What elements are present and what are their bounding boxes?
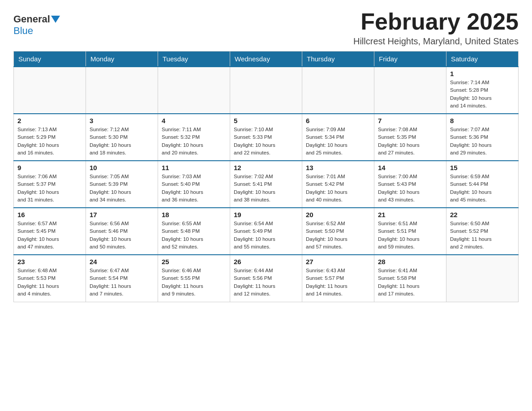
day-info: Sunrise: 6:55 AMSunset: 5:48 PMDaylight:… <box>162 220 226 251</box>
column-header-sunday: Sunday <box>14 51 86 67</box>
day-info: Sunrise: 6:54 AMSunset: 5:49 PMDaylight:… <box>234 220 298 251</box>
calendar-cell: 23Sunrise: 6:48 AMSunset: 5:53 PMDayligh… <box>14 255 86 302</box>
day-number: 25 <box>162 258 226 265</box>
calendar-cell: 28Sunrise: 6:41 AMSunset: 5:58 PMDayligh… <box>374 255 446 302</box>
week-row-1: 1Sunrise: 7:14 AMSunset: 5:28 PMDaylight… <box>14 67 519 114</box>
calendar-cell: 27Sunrise: 6:43 AMSunset: 5:57 PMDayligh… <box>302 255 374 302</box>
calendar-cell <box>14 67 86 114</box>
calendar-cell: 11Sunrise: 7:03 AMSunset: 5:40 PMDayligh… <box>158 161 230 208</box>
column-header-wednesday: Wednesday <box>230 51 302 67</box>
calendar-cell <box>374 67 446 114</box>
page-header: General Blue February 2025 Hillcrest Hei… <box>13 9 519 47</box>
logo-blue-text: Blue <box>13 25 33 36</box>
day-info: Sunrise: 7:07 AMSunset: 5:36 PMDaylight:… <box>450 126 515 157</box>
title-area: February 2025 Hillcrest Heights, Marylan… <box>353 9 519 47</box>
day-info: Sunrise: 6:46 AMSunset: 5:55 PMDaylight:… <box>162 267 226 298</box>
header-row: SundayMondayTuesdayWednesdayThursdayFrid… <box>14 51 519 67</box>
calendar-cell: 15Sunrise: 6:59 AMSunset: 5:44 PMDayligh… <box>446 161 519 208</box>
calendar-cell: 7Sunrise: 7:08 AMSunset: 5:35 PMDaylight… <box>374 114 446 161</box>
day-info: Sunrise: 7:10 AMSunset: 5:33 PMDaylight:… <box>234 126 298 157</box>
day-number: 11 <box>162 164 226 171</box>
day-info: Sunrise: 6:48 AMSunset: 5:53 PMDaylight:… <box>17 267 82 298</box>
month-title: February 2025 <box>353 9 519 34</box>
calendar-cell: 9Sunrise: 7:06 AMSunset: 5:37 PMDaylight… <box>14 161 86 208</box>
calendar-cell: 25Sunrise: 6:46 AMSunset: 5:55 PMDayligh… <box>158 255 230 302</box>
calendar-cell: 2Sunrise: 7:13 AMSunset: 5:29 PMDaylight… <box>14 114 86 161</box>
day-number: 28 <box>378 258 442 265</box>
day-number: 7 <box>378 117 442 124</box>
day-info: Sunrise: 7:00 AMSunset: 5:43 PMDaylight:… <box>378 173 442 204</box>
column-header-friday: Friday <box>374 51 446 67</box>
day-info: Sunrise: 7:05 AMSunset: 5:39 PMDaylight:… <box>90 173 154 204</box>
day-info: Sunrise: 7:01 AMSunset: 5:42 PMDaylight:… <box>306 173 370 204</box>
calendar-cell: 18Sunrise: 6:55 AMSunset: 5:48 PMDayligh… <box>158 208 230 255</box>
logo-general-text: General <box>13 13 50 25</box>
week-row-5: 23Sunrise: 6:48 AMSunset: 5:53 PMDayligh… <box>14 255 519 302</box>
day-info: Sunrise: 7:09 AMSunset: 5:34 PMDaylight:… <box>306 126 370 157</box>
calendar-cell: 20Sunrise: 6:52 AMSunset: 5:50 PMDayligh… <box>302 208 374 255</box>
day-number: 13 <box>306 164 370 171</box>
calendar-cell: 10Sunrise: 7:05 AMSunset: 5:39 PMDayligh… <box>86 161 158 208</box>
column-header-thursday: Thursday <box>302 51 374 67</box>
day-number: 24 <box>90 258 154 265</box>
day-info: Sunrise: 6:59 AMSunset: 5:44 PMDaylight:… <box>450 173 515 204</box>
day-info: Sunrise: 7:11 AMSunset: 5:32 PMDaylight:… <box>162 126 226 157</box>
day-info: Sunrise: 6:52 AMSunset: 5:50 PMDaylight:… <box>306 220 370 251</box>
week-row-4: 16Sunrise: 6:57 AMSunset: 5:45 PMDayligh… <box>14 208 519 255</box>
column-header-monday: Monday <box>86 51 158 67</box>
day-info: Sunrise: 6:57 AMSunset: 5:45 PMDaylight:… <box>17 220 82 251</box>
day-info: Sunrise: 7:14 AMSunset: 5:28 PMDaylight:… <box>450 79 515 110</box>
calendar-cell <box>230 67 302 114</box>
day-number: 19 <box>234 211 298 218</box>
location-title: Hillcrest Heights, Maryland, United Stat… <box>353 36 519 47</box>
day-number: 16 <box>17 211 82 218</box>
day-info: Sunrise: 7:03 AMSunset: 5:40 PMDaylight:… <box>162 173 226 204</box>
day-number: 27 <box>306 258 370 265</box>
day-number: 12 <box>234 164 298 171</box>
calendar-cell: 1Sunrise: 7:14 AMSunset: 5:28 PMDaylight… <box>446 67 519 114</box>
column-header-tuesday: Tuesday <box>158 51 230 67</box>
day-info: Sunrise: 6:50 AMSunset: 5:52 PMDaylight:… <box>450 220 515 251</box>
calendar-cell: 22Sunrise: 6:50 AMSunset: 5:52 PMDayligh… <box>446 208 519 255</box>
calendar-cell: 12Sunrise: 7:02 AMSunset: 5:41 PMDayligh… <box>230 161 302 208</box>
day-number: 26 <box>234 258 298 265</box>
calendar-cell: 13Sunrise: 7:01 AMSunset: 5:42 PMDayligh… <box>302 161 374 208</box>
logo: General Blue <box>13 9 61 37</box>
day-info: Sunrise: 7:02 AMSunset: 5:41 PMDaylight:… <box>234 173 298 204</box>
day-number: 14 <box>378 164 442 171</box>
calendar-cell: 4Sunrise: 7:11 AMSunset: 5:32 PMDaylight… <box>158 114 230 161</box>
calendar-body: 1Sunrise: 7:14 AMSunset: 5:28 PMDaylight… <box>14 67 519 302</box>
week-row-2: 2Sunrise: 7:13 AMSunset: 5:29 PMDaylight… <box>14 114 519 161</box>
calendar-cell: 6Sunrise: 7:09 AMSunset: 5:34 PMDaylight… <box>302 114 374 161</box>
day-number: 22 <box>450 211 515 218</box>
calendar-cell: 5Sunrise: 7:10 AMSunset: 5:33 PMDaylight… <box>230 114 302 161</box>
day-number: 9 <box>17 164 82 171</box>
calendar-cell <box>446 255 519 302</box>
day-info: Sunrise: 7:12 AMSunset: 5:30 PMDaylight:… <box>90 126 154 157</box>
day-number: 21 <box>378 211 442 218</box>
calendar-cell: 24Sunrise: 6:47 AMSunset: 5:54 PMDayligh… <box>86 255 158 302</box>
day-info: Sunrise: 6:44 AMSunset: 5:56 PMDaylight:… <box>234 267 298 298</box>
calendar-cell: 26Sunrise: 6:44 AMSunset: 5:56 PMDayligh… <box>230 255 302 302</box>
day-number: 20 <box>306 211 370 218</box>
day-number: 4 <box>162 117 226 124</box>
calendar-cell <box>302 67 374 114</box>
day-number: 23 <box>17 258 82 265</box>
day-number: 3 <box>90 117 154 124</box>
day-info: Sunrise: 6:47 AMSunset: 5:54 PMDaylight:… <box>90 267 154 298</box>
calendar-cell: 19Sunrise: 6:54 AMSunset: 5:49 PMDayligh… <box>230 208 302 255</box>
calendar-cell: 17Sunrise: 6:56 AMSunset: 5:46 PMDayligh… <box>86 208 158 255</box>
calendar-cell <box>86 67 158 114</box>
week-row-3: 9Sunrise: 7:06 AMSunset: 5:37 PMDaylight… <box>14 161 519 208</box>
calendar-table: SundayMondayTuesdayWednesdayThursdayFrid… <box>13 51 519 302</box>
day-info: Sunrise: 6:43 AMSunset: 5:57 PMDaylight:… <box>306 267 370 298</box>
logo-triangle-icon <box>51 16 60 23</box>
day-info: Sunrise: 6:41 AMSunset: 5:58 PMDaylight:… <box>378 267 442 298</box>
calendar-cell <box>158 67 230 114</box>
calendar-cell: 16Sunrise: 6:57 AMSunset: 5:45 PMDayligh… <box>14 208 86 255</box>
day-info: Sunrise: 7:06 AMSunset: 5:37 PMDaylight:… <box>17 173 82 204</box>
calendar-header: SundayMondayTuesdayWednesdayThursdayFrid… <box>14 51 519 67</box>
day-number: 1 <box>450 70 515 77</box>
calendar-cell: 3Sunrise: 7:12 AMSunset: 5:30 PMDaylight… <box>86 114 158 161</box>
day-number: 8 <box>450 117 515 124</box>
